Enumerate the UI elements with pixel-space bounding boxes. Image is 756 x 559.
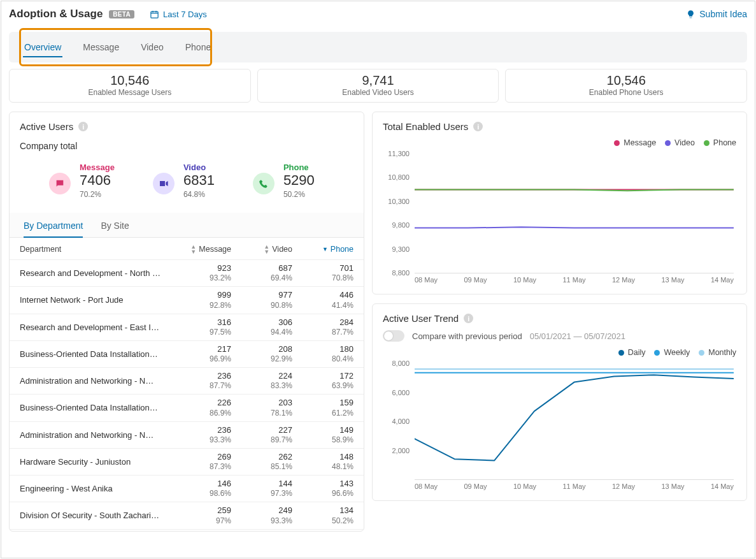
cell-value: 217 (217, 344, 231, 354)
calendar-icon (150, 10, 159, 19)
cell-value: 236 (217, 425, 231, 435)
tab-overview[interactable]: Overview (24, 32, 61, 62)
legend-item-weekly[interactable]: Weekly (654, 348, 690, 357)
au-label: Message (80, 163, 115, 172)
beta-badge: BETA (109, 10, 134, 18)
department-table: Department ▲▼ Message ▲▼ Video ▼ Phone (10, 238, 364, 530)
cell-pct: 90.8% (271, 301, 292, 310)
cell-value: 148 (339, 452, 353, 462)
legend-item-message[interactable]: Message (614, 138, 656, 147)
dept-name: Business-Oriented Data Installation… (20, 403, 170, 412)
th-video[interactable]: ▲▼ Video (231, 244, 292, 254)
cell-pct: 61.2% (332, 409, 353, 418)
table-row[interactable]: Business-Oriented Data Installation…2179… (10, 341, 364, 368)
table-row[interactable]: Research and Development - East I…31697.… (10, 314, 364, 341)
table-row[interactable]: Internet Network - Port Jude99992.8%9779… (10, 287, 364, 314)
subtabs: By Department By Site (10, 213, 364, 238)
legend-label: Message (624, 138, 656, 147)
cell-pct: 70.8% (332, 273, 353, 283)
kpi-enabled-phone-users: 10,546 Enabled Phone Users (505, 69, 747, 103)
cell-value: 143 (339, 479, 353, 489)
cell-value: 269 (217, 452, 231, 462)
cell-pct: 96.6% (332, 489, 353, 498)
legend-item-monthly[interactable]: Monthly (699, 348, 736, 357)
cell-pct: 50.2% (332, 516, 353, 526)
sort-icon: ▲▼ (190, 244, 196, 254)
panel-active-user-trend: Active User Trend i Compare with previou… (372, 303, 747, 501)
cell-pct: 80.4% (332, 354, 353, 364)
th-label: Message (199, 245, 231, 254)
subtab-by-department[interactable]: By Department (24, 213, 83, 237)
cell-value: 316 (217, 317, 231, 328)
tab-message[interactable]: Message (83, 32, 119, 62)
dept-name: Administration and Networking - N… (20, 430, 170, 440)
cell-pct: 93.2% (210, 273, 231, 283)
active-users-video: Video 6831 64.8% (153, 163, 215, 199)
cell-pct: 41.4% (332, 301, 353, 310)
dept-name: Hardware Security - Juniuston (20, 457, 170, 467)
dept-name: Engineering - West Anika (20, 484, 170, 493)
au-label: Phone (283, 163, 315, 172)
legend-item-daily[interactable]: Daily (618, 348, 646, 357)
table-row[interactable]: Business-Oriented Data Installation…2268… (10, 395, 364, 421)
dot-icon (614, 140, 620, 146)
table-row[interactable]: Engineering - West Anika14698.6%14497.3%… (10, 476, 364, 502)
video-icon (153, 173, 175, 194)
dot-icon (699, 350, 704, 356)
legend-item-video[interactable]: Video (665, 138, 695, 147)
th-phone[interactable]: ▼ Phone (292, 245, 353, 254)
cell-value: 923 (217, 263, 231, 273)
cell-pct: 58.9% (332, 435, 353, 445)
cell-value: 172 (339, 371, 353, 381)
table-row[interactable]: Administration and Networking - N…23693.… (10, 422, 364, 449)
au-count: 6831 (183, 172, 215, 189)
table-row[interactable]: Hardware Security - Juniuston26987.3%262… (10, 449, 364, 476)
cell-pct: 93.3% (210, 435, 231, 445)
date-range-picker[interactable]: Last 7 Days (150, 10, 207, 19)
table-row[interactable]: Administration and Networking - N…23687.… (10, 368, 364, 395)
company-total-label: Company total (20, 141, 353, 151)
cell-value: 180 (339, 344, 353, 354)
kpi-value: 10,546 (506, 73, 746, 88)
info-icon[interactable]: i (473, 122, 483, 131)
table-row[interactable]: Division Of Security - South Zachari…259… (10, 502, 364, 529)
active-users-message: Message 7406 70.2% (49, 163, 115, 199)
legend-item-phone[interactable]: Phone (704, 138, 736, 147)
subtab-by-site[interactable]: By Site (101, 213, 129, 237)
cell-value: 149 (339, 425, 353, 435)
cell-pct: 96.9% (210, 354, 231, 364)
th-label: Department (20, 245, 61, 254)
cell-value: 144 (278, 479, 292, 489)
submit-idea-label: Submit Idea (699, 9, 747, 19)
dot-icon (704, 140, 710, 146)
tab-phone[interactable]: Phone (185, 32, 211, 62)
legend-label: Monthly (708, 348, 736, 357)
panel-total-enabled-users: Total Enabled Users i Message Video Phon… (372, 112, 747, 294)
cell-value: 134 (339, 505, 353, 516)
active-users-title: Active Users (20, 121, 73, 132)
th-department[interactable]: Department (20, 245, 170, 254)
table-row[interactable]: Research and Development - North …92393.… (10, 260, 364, 287)
cell-pct: 87.3% (210, 462, 231, 472)
page-title: Adoption & Usage (9, 8, 103, 20)
cell-pct: 85.1% (271, 462, 292, 472)
compare-toggle[interactable] (383, 330, 404, 342)
cell-value: 159 (339, 398, 353, 408)
submit-idea-link[interactable]: Submit Idea (686, 9, 747, 19)
dept-name: Administration and Networking - N… (20, 376, 170, 386)
info-icon[interactable]: i (78, 122, 88, 131)
cell-pct: 97.5% (210, 328, 231, 337)
dept-name: Division Of Security - South Zachari… (20, 511, 170, 520)
svg-rect-0 (151, 11, 158, 18)
th-label: Phone (331, 245, 353, 254)
lightbulb-icon (686, 10, 695, 19)
dot-icon (654, 350, 660, 356)
tab-video[interactable]: Video (141, 32, 164, 62)
cell-value: 262 (278, 452, 292, 462)
au-count: 7406 (80, 172, 115, 189)
th-message[interactable]: ▲▼ Message (170, 244, 231, 254)
info-icon[interactable]: i (464, 314, 473, 323)
message-icon (49, 173, 71, 194)
enabled-chart-title: Total Enabled Users (383, 121, 468, 132)
cell-value: 236 (217, 371, 231, 381)
